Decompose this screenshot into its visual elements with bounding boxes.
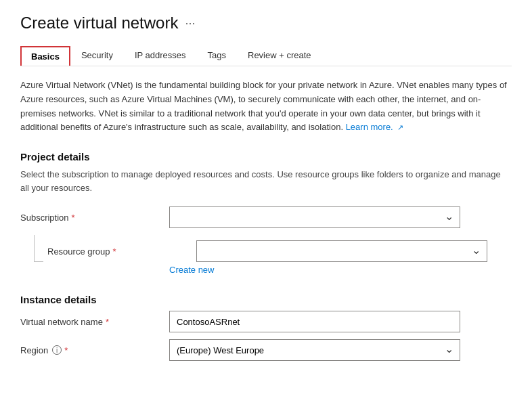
external-link-icon: ↗ [395,123,403,131]
virtual-network-name-row: Virtual network name * [20,311,512,332]
virtual-network-name-input-wrapper [169,311,460,332]
project-details-description: Select the subscription to manage deploy… [20,168,512,194]
subscription-label: Subscription * [20,213,169,223]
subscription-select-wrapper [169,206,460,228]
create-new-link[interactable]: Create new [169,265,214,275]
more-options-icon[interactable]: ··· [185,16,195,30]
project-details-title: Project details [20,151,512,162]
resource-group-select[interactable] [196,240,487,262]
tab-bar: Basics Security IP addresses Tags Review… [20,45,512,66]
page-header: Create virtual network ··· [20,14,512,32]
resource-group-select-wrapper [196,240,487,262]
subscription-row: Subscription * [20,206,512,228]
region-info-icon[interactable]: i [52,345,62,355]
resource-group-label: Resource group * [47,246,196,257]
resource-group-bracket-container: Resource group * [20,235,512,262]
tab-review-create[interactable]: Review + create [237,45,322,66]
intro-description: Azure Virtual Network (VNet) is the fund… [20,79,508,135]
region-required-marker: * [64,345,68,355]
page-title: Create virtual network [20,14,178,32]
project-details-section: Project details Select the subscription … [20,151,512,275]
instance-details-section: Instance details Virtual network name * … [20,294,512,361]
subscription-required-marker: * [72,213,75,223]
resource-group-required-marker: * [113,246,116,257]
region-select[interactable]: (Europe) West Europe [169,339,460,361]
region-label: Region i * [20,345,169,355]
tab-tags[interactable]: Tags [197,45,237,66]
tab-ip-addresses[interactable]: IP addresses [124,45,197,66]
instance-details-title: Instance details [20,294,512,305]
bracket-line [34,235,43,262]
learn-more-link[interactable]: Learn more. ↗ [346,122,403,132]
subscription-select[interactable] [169,206,460,228]
region-row: Region i * (Europe) West Europe [20,339,512,361]
region-select-wrapper: (Europe) West Europe [169,339,460,361]
resource-group-content: Resource group * [47,235,512,262]
virtual-network-name-label: Virtual network name * [20,317,169,327]
vnet-name-required-marker: * [106,317,109,327]
tab-security[interactable]: Security [70,45,124,66]
virtual-network-name-input[interactable] [169,311,460,332]
tab-basics[interactable]: Basics [20,46,70,66]
